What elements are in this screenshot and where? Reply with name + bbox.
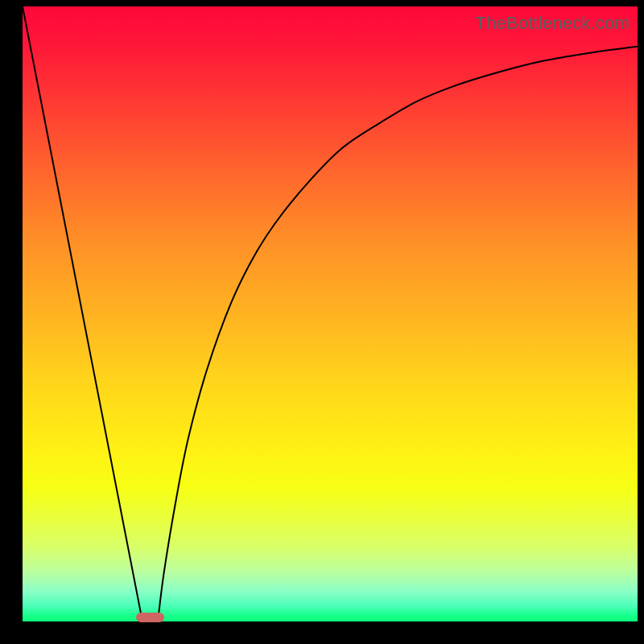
left-branch-path — [23, 6, 142, 621]
chart-frame: TheBottleneck.com — [0, 0, 644, 644]
right-branch-path — [158, 47, 638, 621]
watermark-text: TheBottleneck.com — [475, 13, 630, 34]
curve-layer — [23, 6, 638, 621]
plot-area: TheBottleneck.com — [23, 6, 638, 621]
optimal-range-marker — [136, 613, 163, 622]
